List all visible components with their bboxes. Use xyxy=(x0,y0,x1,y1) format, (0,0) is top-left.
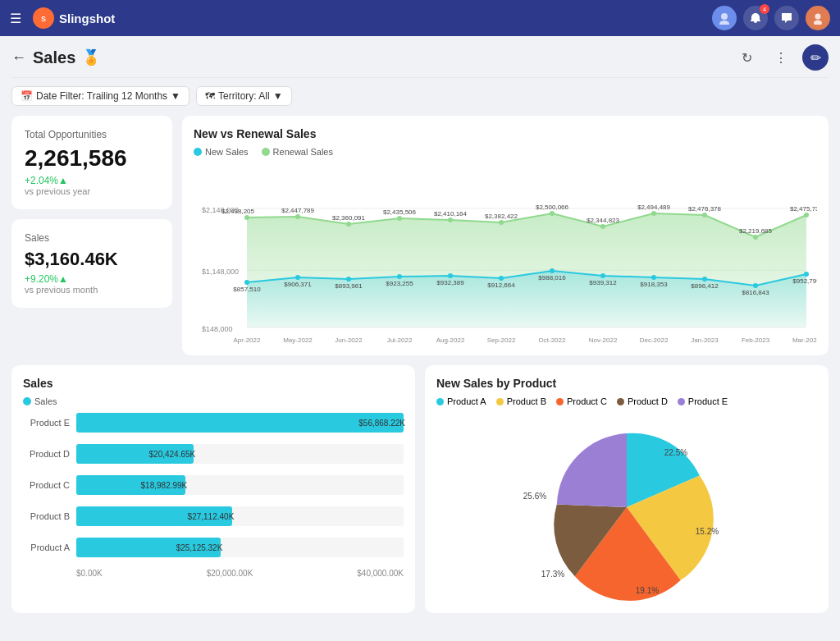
svg-text:$2,476,378: $2,476,378 xyxy=(688,205,722,213)
svg-text:Jun-2022: Jun-2022 xyxy=(335,337,363,344)
svg-text:$932,389: $932,389 xyxy=(436,279,464,286)
new-dot-7 xyxy=(600,273,605,278)
bar-container-product-b: $27,112.40K xyxy=(76,506,404,526)
svg-text:$148,000: $148,000 xyxy=(202,325,233,333)
renewal-dot-0 xyxy=(244,215,249,220)
pie-label-b: Product B xyxy=(507,396,546,406)
svg-text:Mar-2023: Mar-2023 xyxy=(792,337,817,344)
svg-text:Aug-2022: Aug-2022 xyxy=(436,337,465,344)
svg-text:S: S xyxy=(41,15,46,23)
pie-chart-svg: 22.5% 15.2% 19.1% 17.3% 25.6% xyxy=(512,413,742,602)
page-title: Sales xyxy=(33,48,75,67)
nav-icon-bell[interactable]: 4 xyxy=(743,6,768,30)
pie-chart-card: New Sales by Product Product A Product B… xyxy=(425,365,829,613)
line-chart-svg: $148,000 $1,148,000 $2,148,000 xyxy=(194,163,817,344)
hamburger-icon[interactable]: ☰ xyxy=(10,11,21,26)
svg-text:Sep-2022: Sep-2022 xyxy=(487,337,516,344)
legend-renewal-sales-dot xyxy=(262,148,270,156)
line-chart-wrap: $148,000 $1,148,000 $2,148,000 xyxy=(194,163,817,344)
svg-point-5 xyxy=(814,21,822,25)
refresh-button[interactable]: ↻ xyxy=(733,44,760,71)
date-filter-label: Date Filter: Trailing 12 Months xyxy=(36,90,167,102)
svg-text:$918,353: $918,353 xyxy=(640,281,668,288)
legend-renewal-sales-label: Renewal Sales xyxy=(273,147,333,157)
legend-new-sales: New Sales xyxy=(194,147,249,157)
bar-fill-product-e: $56,868.22K xyxy=(76,413,404,433)
sales-kpi-label: Sales xyxy=(25,232,159,244)
new-dot-2 xyxy=(346,277,351,282)
date-filter-button[interactable]: 📅 Date Filter: Trailing 12 Months ▼ xyxy=(11,86,189,106)
sales-kpi-value: $3,160.46K xyxy=(25,249,159,270)
pie-dot-c xyxy=(556,398,564,405)
renewal-dot-2 xyxy=(346,222,351,227)
sales-kpi-change: +9.20%▲ xyxy=(25,273,159,285)
svg-point-4 xyxy=(815,14,821,20)
bar-row-product-d: Product D $20,424.65K xyxy=(23,444,404,464)
svg-text:Oct-2022: Oct-2022 xyxy=(539,337,566,344)
pie-label-c: Product C xyxy=(567,396,607,406)
svg-text:$906,371: $906,371 xyxy=(284,281,312,288)
total-opportunities-card: Total Opportunities 2,261,586 +2.04%▲ vs… xyxy=(11,116,172,209)
svg-text:$2,382,422: $2,382,422 xyxy=(485,213,518,220)
bar-val-product-d: $20,424.65K xyxy=(146,450,196,459)
new-dot-9 xyxy=(702,277,707,282)
new-dot-11 xyxy=(804,272,809,277)
pie-pct-b: 15.2% xyxy=(696,527,719,536)
svg-text:Nov-2022: Nov-2022 xyxy=(589,337,618,344)
kpi-cards: Total Opportunities 2,261,586 +2.04%▲ vs… xyxy=(11,116,172,355)
svg-text:Dec-2022: Dec-2022 xyxy=(640,337,669,344)
sales-kpi-card: Sales $3,160.46K +9.20%▲ vs previous mon… xyxy=(11,219,172,308)
svg-text:$988,016: $988,016 xyxy=(538,274,566,282)
bar-legend-sales: Sales xyxy=(23,396,57,406)
bar-legend-dot xyxy=(23,397,31,405)
pie-legend-c: Product C xyxy=(556,396,607,406)
svg-text:$2,219,685: $2,219,685 xyxy=(739,227,773,235)
filter-calendar-icon: 📅 xyxy=(21,90,33,102)
svg-text:Jul-2022: Jul-2022 xyxy=(387,337,413,344)
bar-container-product-e: $56,868.22K xyxy=(76,413,404,433)
bottom-grid: Sales Sales Product E $56,868.22K xyxy=(11,365,829,613)
nav-icon-chat[interactable] xyxy=(774,6,799,30)
bar-fill-product-c: $18,982.99K xyxy=(76,475,185,495)
pie-pct-d: 17.3% xyxy=(541,570,564,579)
svg-text:Jan-2023: Jan-2023 xyxy=(691,337,719,344)
bar-fill-product-d: $20,424.65K xyxy=(76,444,194,464)
edit-button[interactable]: ✏ xyxy=(802,44,829,71)
bar-label-product-d: Product D xyxy=(23,449,76,459)
new-dot-6 xyxy=(550,268,555,273)
renewal-dot-4 xyxy=(448,217,453,222)
bar-x-axis: $0.00K $20,000.00K $40,000.00K xyxy=(23,569,404,578)
svg-text:$857,510: $857,510 xyxy=(233,286,261,293)
pie-slice-e xyxy=(557,433,627,507)
bar-label-product-e: Product E xyxy=(23,418,76,428)
page-container: ← Sales 🏅 ↻ ⋮ ✏ 📅 Date Filter: Trailing … xyxy=(0,36,840,641)
bar-x-2: $40,000.00K xyxy=(357,569,404,578)
line-chart-legend: New Sales Renewal Sales xyxy=(194,147,817,157)
back-button[interactable]: ← xyxy=(11,49,26,66)
svg-text:$2,438,205: $2,438,205 xyxy=(221,208,255,215)
bar-row-product-e: Product E $56,868.22K xyxy=(23,413,404,433)
renewal-dot-7 xyxy=(600,224,605,229)
bar-val-product-e: $56,868.22K xyxy=(355,419,405,428)
nav-icon-user[interactable] xyxy=(712,6,737,30)
more-button[interactable]: ⋮ xyxy=(768,44,794,71)
territory-filter-button[interactable]: 🗺 Territory: All ▼ xyxy=(196,86,292,106)
header-actions: ↻ ⋮ ✏ xyxy=(733,44,829,71)
bar-row-product-a: Product A $25,125.32K xyxy=(23,538,404,557)
new-dot-4 xyxy=(448,273,453,278)
svg-text:$2,500,066: $2,500,066 xyxy=(536,204,569,211)
bar-chart-title: Sales xyxy=(23,377,404,390)
pie-label-d: Product D xyxy=(628,396,668,406)
renewal-dot-3 xyxy=(397,216,402,221)
pie-chart-wrap: 22.5% 15.2% 19.1% 17.3% 25.6% xyxy=(436,413,817,602)
renewal-dot-9 xyxy=(702,213,707,217)
svg-text:$923,255: $923,255 xyxy=(386,280,413,287)
nav-icon-avatar[interactable] xyxy=(806,6,830,30)
svg-text:Apr-2022: Apr-2022 xyxy=(234,337,261,344)
bar-container-product-c: $18,982.99K xyxy=(76,475,404,495)
new-dot-8 xyxy=(651,275,656,280)
top-navbar: ☰ S Slingshot 4 xyxy=(0,0,840,36)
pie-label-a: Product A xyxy=(447,396,486,406)
bell-badge: 4 xyxy=(760,4,769,14)
svg-text:$952,799: $952,799 xyxy=(792,277,817,285)
